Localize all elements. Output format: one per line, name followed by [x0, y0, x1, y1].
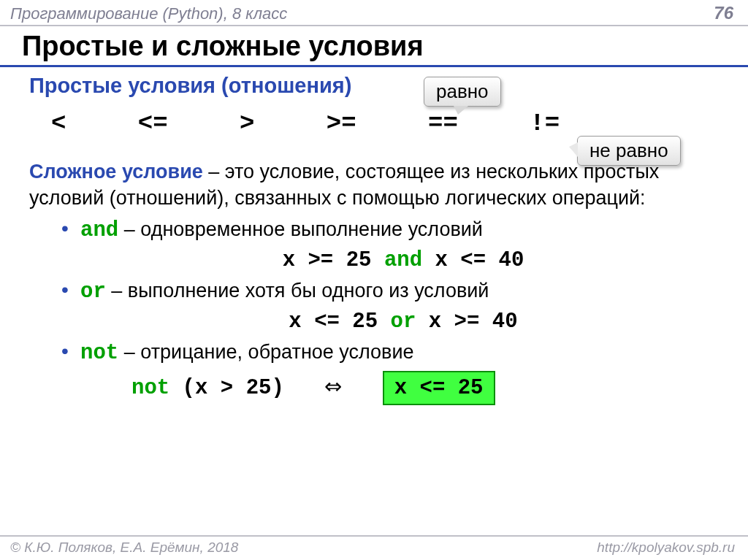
op-gt: >	[240, 107, 254, 141]
code-and-post: x <= 40	[422, 248, 524, 272]
op-lt: <	[51, 107, 66, 141]
kw-not: not	[80, 341, 118, 365]
callout-not-equal: не равно	[577, 136, 681, 166]
section-heading: Простые условия (отношения)	[29, 72, 351, 100]
code-and-kw: and	[384, 248, 422, 272]
complex-lead-bold: Сложное условие	[29, 161, 203, 183]
footer-url: http://kpolyakov.spb.ru	[597, 540, 735, 556]
logic-list: and – одновременное выполнение условий x…	[29, 212, 726, 368]
desc-and: – одновременное выполнение условий	[118, 218, 483, 240]
kw-and: and	[80, 218, 118, 242]
code-and-pre: x >= 25	[283, 248, 384, 272]
footer-copyright: © К.Ю. Поляков, Е.А. Ерёмин, 2018	[10, 540, 238, 556]
section-row: Простые условия (отношения)	[29, 72, 726, 100]
code-and: x >= 25 and x <= 40	[80, 246, 726, 275]
list-item-and: and – одновременное выполнение условий x…	[61, 216, 726, 275]
slide-footer: © К.Ю. Поляков, Е.А. Ерёмин, 2018 http:/…	[0, 535, 748, 560]
code-or-post: x >= 40	[416, 310, 517, 334]
code-or-pre: x <= 25	[289, 310, 390, 334]
equiv-arrow-icon: ⇔	[324, 372, 342, 401]
code-or: x <= 25 or x >= 40	[80, 307, 726, 336]
equiv-box: x <= 25	[383, 371, 495, 405]
callout-equal: равно	[424, 77, 501, 107]
not-example-row: not (x > 25) ⇔ x <= 25	[29, 371, 726, 405]
list-item-or: or – выполнение хотя бы одного из услови…	[61, 277, 726, 336]
desc-not: – отрицание, обратное условие	[118, 341, 413, 363]
slide-content: Простые условия (отношения) < <= > >= ==…	[0, 67, 748, 405]
not-code-rest: (x > 25)	[169, 376, 284, 400]
slide-title: Простые и сложные условия	[0, 26, 748, 67]
op-ne: !=	[530, 107, 560, 141]
desc-or: – выполнение хотя бы одного из условий	[106, 280, 489, 302]
slide-header: Программирование (Python), 8 класс 76	[0, 0, 748, 26]
page-number: 76	[714, 3, 733, 23]
code-or-kw: or	[391, 310, 416, 334]
not-code-kw: not	[131, 376, 169, 400]
op-ge: >=	[327, 107, 356, 141]
course-label: Программирование (Python), 8 класс	[10, 4, 287, 23]
op-le: <=	[138, 107, 168, 141]
kw-or: or	[80, 280, 106, 304]
list-item-not: not – отрицание, обратное условие	[61, 339, 726, 367]
